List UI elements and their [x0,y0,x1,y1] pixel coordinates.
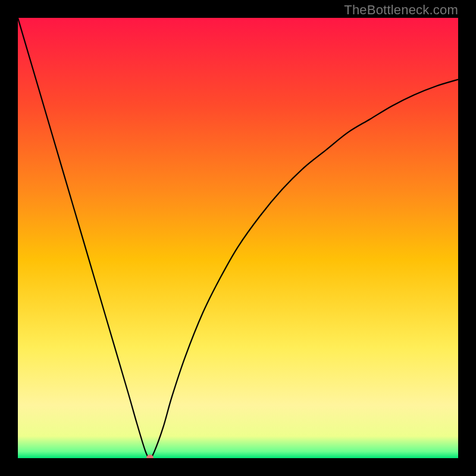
watermark-text: TheBottleneck.com [344,2,458,18]
gradient-background [18,18,458,458]
chart-frame: TheBottleneck.com [0,0,476,476]
bottleneck-chart [18,18,458,458]
